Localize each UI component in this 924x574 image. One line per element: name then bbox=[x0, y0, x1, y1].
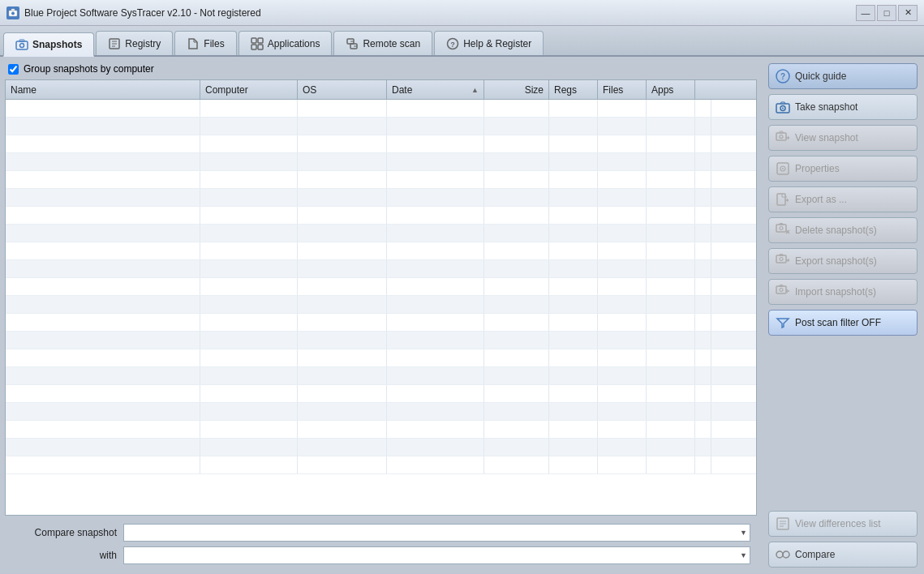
table-row[interactable] bbox=[6, 242, 756, 260]
table-row[interactable] bbox=[6, 225, 756, 242]
tab-snapshots[interactable]: Snapshots bbox=[3, 32, 94, 57]
svg-rect-11 bbox=[258, 38, 263, 43]
table-row[interactable] bbox=[6, 296, 756, 314]
svg-rect-13 bbox=[258, 45, 263, 49]
table-row[interactable] bbox=[6, 171, 756, 189]
table-row[interactable] bbox=[6, 349, 756, 367]
bottom-bar: Compare snapshot with bbox=[5, 519, 757, 569]
quick-guide-button[interactable]: ? Quick guide bbox=[768, 63, 918, 89]
svg-rect-25 bbox=[776, 133, 786, 140]
col-header-size: Size bbox=[484, 80, 549, 99]
svg-point-4 bbox=[20, 43, 24, 47]
table-row[interactable] bbox=[6, 403, 756, 421]
compare-button[interactable]: Compare bbox=[768, 542, 918, 568]
post-scan-filter-button[interactable]: Post scan filter OFF bbox=[768, 310, 918, 336]
table-row[interactable] bbox=[6, 135, 756, 153]
table-row[interactable] bbox=[6, 118, 756, 135]
table-row[interactable] bbox=[6, 314, 756, 332]
table-row[interactable] bbox=[6, 153, 756, 171]
help-tab-icon: ? bbox=[446, 37, 459, 50]
filter-icon bbox=[776, 315, 790, 330]
tab-help-label: Help & Register bbox=[463, 38, 531, 49]
svg-rect-31 bbox=[777, 194, 785, 205]
tab-applications[interactable]: Applications bbox=[239, 31, 333, 55]
compare-snapshot-label: Compare snapshot bbox=[11, 527, 117, 538]
sidebar-bottom: View differences list Compare bbox=[762, 504, 924, 574]
svg-text:?: ? bbox=[780, 72, 785, 81]
close-button[interactable]: ✕ bbox=[898, 5, 918, 21]
svg-rect-38 bbox=[776, 255, 786, 263]
list-icon bbox=[776, 516, 790, 531]
table-row[interactable] bbox=[6, 332, 756, 349]
col-header-computer: Computer bbox=[200, 80, 298, 99]
compare-snapshot-select[interactable] bbox=[123, 524, 750, 542]
svg-point-26 bbox=[780, 135, 783, 139]
group-snapshots-checkbox[interactable] bbox=[8, 64, 19, 75]
import-snapshots-button[interactable]: Import snapshot(s) bbox=[768, 279, 918, 305]
table-row[interactable] bbox=[6, 207, 756, 225]
compare-with-label: with bbox=[11, 550, 117, 561]
tab-help[interactable]: ? Help & Register bbox=[434, 31, 544, 55]
compare-with-select[interactable] bbox=[123, 546, 750, 564]
window-title: Blue Project Software SysTracer v2.10 - … bbox=[24, 7, 261, 19]
col-header-apps: Apps bbox=[647, 80, 695, 99]
app-icon bbox=[6, 6, 19, 19]
svg-rect-27 bbox=[780, 131, 783, 133]
view-snapshot-button[interactable]: View snapshot bbox=[768, 125, 918, 151]
table-row[interactable] bbox=[6, 421, 756, 439]
col-header-name: Name bbox=[6, 80, 200, 99]
tab-remote-scan[interactable]: Remote scan bbox=[333, 31, 432, 55]
svg-point-48 bbox=[776, 551, 783, 558]
window-controls[interactable]: — □ ✕ bbox=[856, 5, 918, 21]
compare-label-btn: Compare bbox=[795, 549, 835, 560]
svg-rect-12 bbox=[251, 45, 256, 49]
maximize-button[interactable]: □ bbox=[877, 5, 896, 21]
view-differences-button[interactable]: View differences list bbox=[768, 511, 918, 537]
tab-files-label: Files bbox=[204, 38, 224, 49]
snapshots-table: Name Computer OS Date ▲ Size Regs Files … bbox=[5, 79, 757, 516]
table-row[interactable] bbox=[6, 278, 756, 296]
table-row[interactable] bbox=[6, 456, 756, 474]
camera-icon bbox=[776, 100, 790, 114]
delete-snapshots-button[interactable]: Delete snapshot(s) bbox=[768, 217, 918, 243]
snapshots-tab-icon bbox=[15, 38, 28, 51]
table-row[interactable] bbox=[6, 367, 756, 385]
view-icon bbox=[776, 131, 790, 145]
table-row[interactable] bbox=[6, 100, 756, 118]
svg-rect-10 bbox=[251, 38, 256, 43]
table-row[interactable] bbox=[6, 189, 756, 207]
export-as-icon bbox=[776, 192, 790, 207]
compare-snapshot-select-wrapper[interactable] bbox=[123, 524, 750, 542]
tab-files[interactable]: Files bbox=[174, 31, 236, 55]
view-snapshot-label: View snapshot bbox=[795, 132, 858, 144]
tab-bar: Snapshots Registry Files bbox=[0, 26, 924, 57]
table-row[interactable] bbox=[6, 385, 756, 403]
post-scan-filter-label: Post scan filter OFF bbox=[795, 317, 881, 328]
minimize-button[interactable]: — bbox=[856, 5, 875, 21]
table-row[interactable] bbox=[6, 260, 756, 278]
export-snapshots-button[interactable]: Export snapshot(s) bbox=[768, 248, 918, 274]
take-snapshot-button[interactable]: Take snapshot bbox=[768, 94, 918, 120]
question-icon: ? bbox=[776, 69, 790, 84]
svg-point-30 bbox=[782, 168, 784, 169]
export-as-button[interactable]: Export as ... bbox=[768, 186, 918, 212]
delete-snapshots-label: Delete snapshot(s) bbox=[795, 225, 877, 236]
date-sort-icon: ▲ bbox=[471, 86, 479, 94]
export-snapshots-icon bbox=[776, 254, 790, 268]
content-area: Group snapshots by computer Name Compute… bbox=[0, 57, 762, 574]
svg-rect-33 bbox=[776, 225, 786, 232]
col-header-extra bbox=[695, 80, 711, 99]
main-area: Group snapshots by computer Name Compute… bbox=[0, 57, 924, 574]
tab-registry-label: Registry bbox=[125, 38, 161, 49]
table-row[interactable] bbox=[6, 439, 756, 456]
compare-with-select-wrapper[interactable] bbox=[123, 546, 750, 564]
group-snapshots-label: Group snapshots by computer bbox=[24, 63, 154, 75]
properties-button[interactable]: Properties bbox=[768, 156, 918, 182]
import-icon bbox=[776, 285, 790, 299]
col-header-date[interactable]: Date ▲ bbox=[387, 80, 484, 99]
svg-point-1 bbox=[11, 11, 15, 15]
properties-label: Properties bbox=[795, 163, 840, 174]
export-snapshots-label: Export snapshot(s) bbox=[795, 255, 877, 267]
properties-icon bbox=[776, 161, 790, 176]
tab-registry[interactable]: Registry bbox=[96, 31, 173, 55]
